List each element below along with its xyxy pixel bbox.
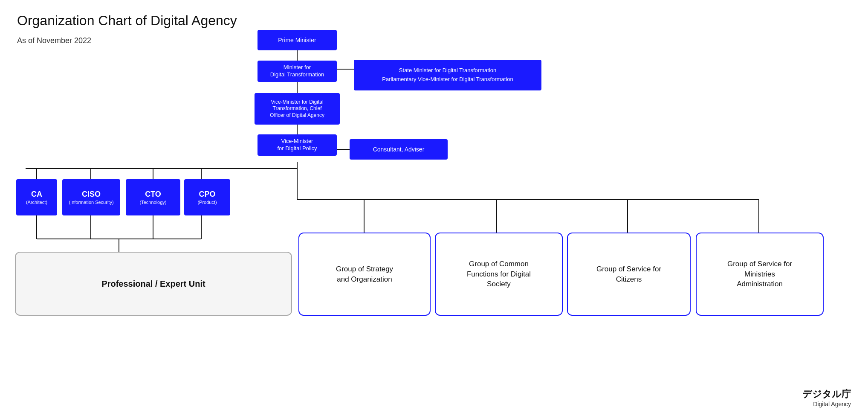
ciso-box: CISO (Information Security) [62,179,120,215]
ca-label: CA [31,189,42,199]
state-minister-box: State Minister for Digital Transformatio… [354,60,541,90]
group-citizens-box: Group of Service forCitizens [567,233,691,316]
cto-label: CTO [145,189,161,199]
group-ministries-box: Group of Service forMinistriesAdministra… [696,233,824,316]
vice-minister-policy-label: Vice-Ministerfor Digital Policy [277,138,317,152]
professional-unit-box: Professional / Expert Unit [15,252,292,316]
cpo-box: CPO (Product) [184,179,230,215]
ciso-label: CISO [82,189,101,199]
ciso-sub-label: (Information Security) [69,199,113,205]
consultant-box: Consultant, Adviser [350,139,448,160]
group-citizens-label: Group of Service forCitizens [596,264,661,285]
subtitle: As of November 2022 [17,36,91,45]
group-common-label: Group of CommonFunctions for DigitalSoci… [467,259,531,289]
ca-box: CA (Architect) [16,179,57,215]
parliamentary-viceminister-label: Parliamentary Vice-Minister for Digital … [382,76,513,83]
prime-minister-box: Prime Minister [258,30,337,50]
vice-minister-chief-label: Vice-Minister for DigitalTransformation,… [270,99,324,119]
logo-area: デジタル庁 Digital Agency [802,388,851,407]
professional-unit-label: Professional / Expert Unit [101,279,205,289]
group-ministries-label: Group of Service forMinistriesAdministra… [727,259,792,289]
cto-sub-label: (Technology) [140,199,167,205]
minister-digital-label: Minister forDigital Transformation [270,64,324,79]
group-common-box: Group of CommonFunctions for DigitalSoci… [435,233,563,316]
logo-jp: デジタル庁 [802,388,851,401]
group-strategy-label: Group of Strategyand Organization [336,264,393,285]
vice-minister-policy-box: Vice-Ministerfor Digital Policy [258,134,337,156]
cpo-sub-label: (Product) [197,199,217,205]
cto-box: CTO (Technology) [126,179,180,215]
minister-digital-box: Minister forDigital Transformation [258,61,337,82]
logo-en: Digital Agency [802,401,851,407]
ca-sub-label: (Architect) [26,199,47,205]
page-title: Organization Chart of Digital Agency [17,13,237,29]
consultant-label: Consultant, Adviser [373,145,425,153]
vice-minister-chief-box: Vice-Minister for DigitalTransformation,… [255,93,340,125]
prime-minister-label: Prime Minister [278,36,316,44]
cpo-label: CPO [199,189,215,199]
state-minister-label: State Minister for Digital Transformatio… [399,67,496,74]
group-strategy-box: Group of Strategyand Organization [298,233,431,316]
